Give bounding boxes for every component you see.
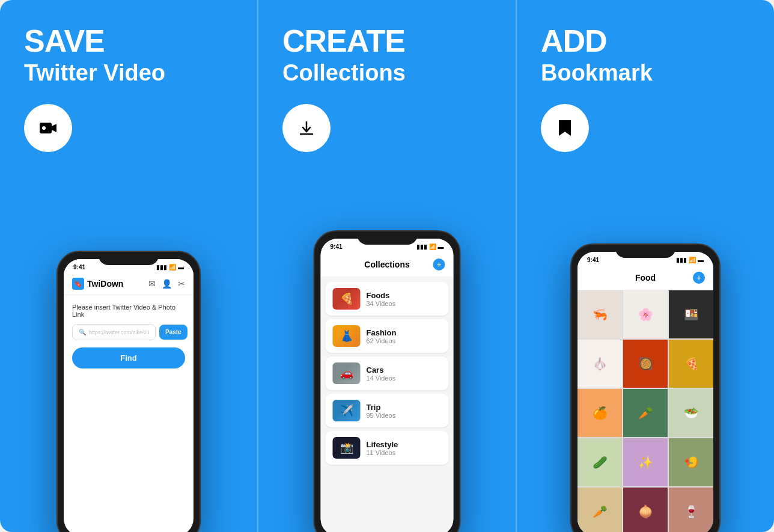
phone-mockup-2: 9:41 ▮▮▮ 📶 ▬ Collections + 🍕 — [314, 230, 461, 532]
collection-count-lifestyle: 11 Videos — [367, 449, 398, 456]
food-cell-13: 🥕 — [577, 488, 622, 532]
phone-notch-1 — [99, 252, 159, 265]
collection-count-trip: 95 Videos — [367, 412, 396, 419]
panel-create: CREATE Collections 9:41 ▮▮▮ 📶 ▬ — [257, 0, 517, 532]
signal-icon-2: ▮▮▮ — [416, 243, 427, 250]
status-icons-1: ▮▮▮ 📶 ▬ — [156, 264, 184, 271]
thumb-lifestyle: 📸 — [333, 437, 361, 459]
collection-count-foods: 34 Videos — [367, 300, 396, 307]
food-cell-14: 🧅 — [623, 488, 668, 532]
settings-icon[interactable]: ✂ — [178, 279, 185, 289]
food-cell-6: 🍕 — [669, 340, 713, 388]
panel3-title-main: ADD — [541, 24, 653, 58]
search-box[interactable]: 🔍 https://twitter.com/nike/2134... — [72, 324, 156, 340]
collection-item-foods[interactable]: 🍕 Foods 34 Videos — [326, 282, 449, 316]
wifi-icon-3: 📶 — [689, 257, 696, 263]
panel-save: SAVE Twitter Video 9:41 ▮▮▮ 📶 ▬ — [0, 0, 257, 532]
panel2-text: CREATE Collections — [282, 24, 406, 87]
user-icon[interactable]: 👤 — [162, 279, 172, 289]
phone-mockup-1: 9:41 ▮▮▮ 📶 ▬ 🔖 TwiDown ✉ 👤 — [56, 251, 201, 532]
status-icons-2: ▮▮▮ 📶 ▬ — [416, 243, 444, 250]
food-cell-5: 🥘 — [623, 340, 668, 388]
collection-item-lifestyle[interactable]: 📸 Lifestyle 11 Videos — [326, 431, 449, 465]
app-body: Please insert Twitter Video & Photo Link… — [64, 295, 194, 377]
collection-name-foods: Foods — [367, 291, 396, 300]
food-cell-15: 🍷 — [669, 488, 713, 532]
collection-item-fashion[interactable]: 👗 Fashion 62 Videos — [326, 319, 449, 353]
collection-info-foods: Foods 34 Videos — [367, 291, 396, 307]
battery-icon-2: ▬ — [438, 243, 444, 250]
food-cell-3: 🍱 — [669, 290, 713, 338]
status-icons-3: ▮▮▮ 📶 ▬ — [676, 257, 704, 263]
food-cell-9: 🥗 — [669, 389, 713, 437]
signal-icon: ▮▮▮ — [156, 264, 167, 271]
thumb-cars: 🚗 — [333, 362, 361, 384]
panel1-icon-circle — [24, 104, 72, 152]
wifi-icon-2: 📶 — [429, 243, 436, 250]
collection-item-trip[interactable]: ✈️ Trip 95 Videos — [326, 394, 449, 427]
collection-info-trip: Trip 95 Videos — [367, 403, 396, 419]
collection-info-lifestyle: Lifestyle 11 Videos — [367, 440, 398, 456]
collection-count-cars: 14 Videos — [367, 375, 396, 382]
insert-label: Please insert Twitter Video & Photo Link — [72, 304, 185, 318]
phone-screen-1: 9:41 ▮▮▮ 📶 ▬ 🔖 TwiDown ✉ 👤 — [64, 259, 194, 532]
food-cell-1: 🦐 — [577, 290, 622, 338]
collection-name-fashion: Fashion — [367, 328, 397, 337]
panel3-icon-circle — [541, 104, 589, 152]
thumb-fashion: 👗 — [333, 325, 361, 347]
header-nav-icons: ✉ 👤 ✂ — [148, 279, 185, 289]
panel3-text: ADD Bookmark — [541, 24, 653, 87]
panel2-title-sub: Collections — [282, 60, 406, 87]
phone-notch-3 — [615, 245, 675, 258]
food-cell-12: 🍤 — [669, 438, 713, 486]
collections-header-title: Collections — [341, 260, 433, 269]
thumb-foods: 🍕 — [333, 288, 361, 310]
food-cell-7: 🍊 — [577, 389, 622, 437]
bookmark-header: Food + — [577, 266, 713, 290]
food-cell-2: 🌸 — [623, 290, 668, 338]
status-time-2: 9:41 — [331, 243, 343, 250]
bookmark-add-button[interactable]: + — [693, 272, 705, 284]
collection-item-cars[interactable]: 🚗 Cars 14 Videos — [326, 356, 449, 390]
food-cell-4: 🧄 — [577, 340, 622, 388]
panel1-text: SAVE Twitter Video — [24, 24, 165, 87]
svg-point-2 — [42, 126, 46, 130]
paste-button[interactable]: Paste — [159, 325, 187, 340]
logo-icon: 🔖 — [72, 278, 84, 290]
thumb-trip: ✈️ — [333, 400, 361, 421]
app-logo: 🔖 TwiDown — [72, 278, 123, 290]
food-cell-10: 🥒 — [577, 438, 622, 486]
food-cell-8: 🥕 — [623, 389, 668, 437]
collection-count-fashion: 62 Videos — [367, 337, 397, 344]
mail-icon[interactable]: ✉ — [148, 279, 156, 289]
svg-marker-1 — [52, 124, 56, 132]
panel2-icon-circle — [282, 104, 331, 152]
bookmark-icon — [557, 119, 573, 137]
status-time-1: 9:41 — [73, 264, 85, 271]
phone-mockup-3: 9:41 ▮▮▮ 📶 ▬ Food + 🦐 🌸 🍱 — [570, 243, 721, 532]
app-container: SAVE Twitter Video 9:41 ▮▮▮ 📶 ▬ — [0, 0, 774, 532]
panel3-title-sub: Bookmark — [541, 60, 653, 87]
video-icon — [38, 118, 58, 138]
battery-icon: ▬ — [178, 264, 184, 271]
phone-screen-2: 9:41 ▮▮▮ 📶 ▬ Collections + 🍕 — [321, 239, 454, 532]
panel-add: ADD Bookmark 9:41 ▮▮▮ 📶 ▬ — [517, 0, 774, 532]
panel2-title-main: CREATE — [282, 24, 406, 58]
signal-icon-3: ▮▮▮ — [676, 257, 687, 263]
bookmark-header-title: Food — [598, 273, 693, 283]
status-time-3: 9:41 — [587, 257, 599, 263]
collections-add-button[interactable]: + — [433, 258, 445, 271]
collection-name-cars: Cars — [367, 365, 396, 375]
search-icon: 🔍 — [79, 329, 86, 335]
collection-info-fashion: Fashion 62 Videos — [367, 328, 397, 344]
collection-list: 🍕 Foods 34 Videos 👗 Fashion 62 Videos — [321, 277, 454, 532]
app-header: 🔖 TwiDown ✉ 👤 ✂ — [64, 273, 194, 295]
panel1-title-main: SAVE — [24, 24, 165, 58]
collection-name-trip: Trip — [367, 403, 396, 412]
food-cell-11: ✨ — [623, 438, 668, 486]
search-row: 🔍 https://twitter.com/nike/2134... Paste — [72, 324, 185, 340]
collections-header: Collections + — [321, 252, 454, 277]
find-button[interactable]: Find — [72, 347, 185, 368]
phone-screen-3: 9:41 ▮▮▮ 📶 ▬ Food + 🦐 🌸 🍱 — [577, 252, 713, 532]
collection-name-lifestyle: Lifestyle — [367, 440, 398, 449]
